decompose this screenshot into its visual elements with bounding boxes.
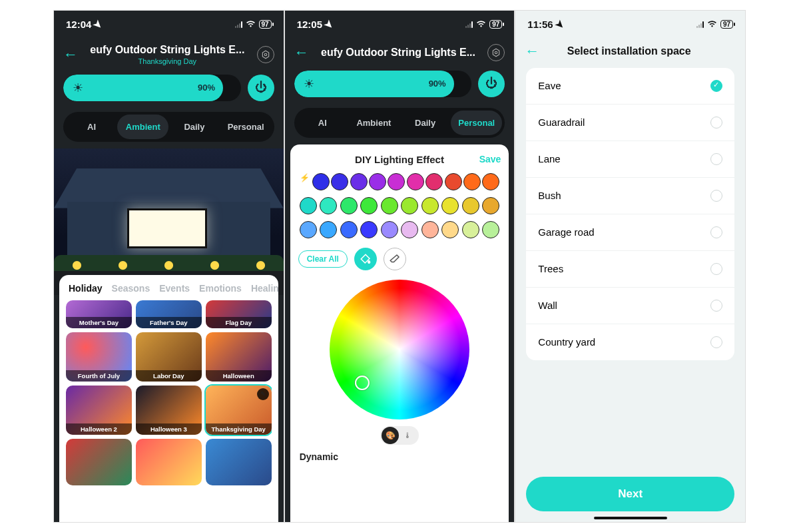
- power-button[interactable]: ⏻: [478, 71, 505, 97]
- bulb-dot[interactable]: [340, 197, 358, 214]
- preset-mothers-day[interactable]: Mother's Day: [66, 300, 132, 328]
- back-button[interactable]: ←: [294, 44, 309, 61]
- paint-bucket-button[interactable]: [354, 248, 377, 270]
- option-garage-road[interactable]: Garage road: [526, 214, 734, 251]
- temperature-icon: 🌡: [399, 427, 416, 444]
- tab-ai[interactable]: AI: [66, 115, 117, 139]
- tab-ambient[interactable]: Ambient: [117, 115, 168, 139]
- preset-santa-3[interactable]: [206, 439, 272, 485]
- settings-button[interactable]: [487, 44, 505, 61]
- header: ← Select installation space: [515, 39, 745, 63]
- preset-labor-day[interactable]: Labor Day: [136, 332, 202, 382]
- cat-seasons[interactable]: Seasons: [112, 283, 150, 294]
- preset-fourth-of-july[interactable]: Fourth of July: [66, 332, 132, 382]
- preset-santa-1[interactable]: [66, 439, 132, 485]
- bulb-dot[interactable]: [482, 173, 499, 190]
- cat-holiday[interactable]: Holiday: [69, 283, 103, 294]
- tab-ambient[interactable]: Ambient: [348, 111, 400, 135]
- back-button[interactable]: ←: [525, 43, 539, 60]
- preset-halloween[interactable]: Halloween: [206, 332, 272, 382]
- bulb-dot[interactable]: [407, 173, 424, 190]
- bulb-dot[interactable]: [441, 197, 459, 214]
- preset-santa-2[interactable]: [136, 439, 202, 485]
- space-options: Eave Guaradrail Lane Bush Garage road Tr…: [526, 68, 734, 360]
- option-trees[interactable]: Trees: [526, 251, 734, 288]
- brightness-row: ☀ 90% ⏻: [285, 64, 515, 104]
- bulb-dot[interactable]: [401, 197, 418, 214]
- bulb-dot[interactable]: [462, 197, 479, 214]
- brightness-slider[interactable]: ☀ 90%: [294, 71, 472, 97]
- color-wheel[interactable]: [330, 280, 469, 419]
- radio-icon: [710, 336, 722, 348]
- svg-marker-0: [262, 51, 268, 59]
- svg-point-1: [264, 53, 267, 56]
- bulb-dot[interactable]: [425, 173, 443, 190]
- color-temp-toggle[interactable]: 🎨 🌡: [380, 426, 419, 445]
- bulb-dot[interactable]: [381, 197, 398, 214]
- tab-personal[interactable]: Personal: [451, 111, 502, 135]
- bulb-dot[interactable]: [441, 221, 459, 238]
- bulb-dot[interactable]: [350, 173, 368, 190]
- save-button[interactable]: Save: [479, 154, 501, 164]
- screen-diy-effect: 12:05 ➤ 97 ← eufy Outdoor String Lights …: [284, 10, 515, 523]
- tab-personal[interactable]: Personal: [220, 115, 272, 139]
- bulb-dot[interactable]: [421, 197, 439, 214]
- bulb-dot[interactable]: [421, 221, 439, 238]
- option-guaradrail[interactable]: Guaradrail: [526, 105, 734, 141]
- bulb-dot[interactable]: [300, 221, 317, 238]
- bulb-dot[interactable]: [462, 221, 479, 238]
- bulb-dot[interactable]: [381, 221, 398, 238]
- option-eave[interactable]: Eave: [526, 68, 734, 105]
- bulb-dot[interactable]: [388, 173, 405, 190]
- option-bush[interactable]: Bush: [526, 178, 734, 214]
- bulb-dot[interactable]: [340, 221, 358, 238]
- next-button[interactable]: Next: [526, 477, 734, 511]
- clock: 11:56: [527, 19, 553, 30]
- preset-halloween-2[interactable]: Halloween 2: [66, 386, 132, 435]
- bulb-dot[interactable]: [482, 221, 499, 238]
- bulb-dot[interactable]: [463, 173, 481, 190]
- preset-flag-day[interactable]: Flag Day: [206, 300, 272, 328]
- bulb-dot[interactable]: [312, 173, 330, 190]
- option-wall[interactable]: Wall: [526, 288, 734, 324]
- bulb-dot[interactable]: [482, 197, 499, 214]
- bulb-grid: ⚡: [298, 173, 501, 238]
- tab-daily[interactable]: Daily: [168, 115, 220, 139]
- option-lane[interactable]: Lane: [526, 141, 734, 178]
- brightness-slider[interactable]: ☀ 90%: [63, 75, 241, 101]
- settings-button[interactable]: [257, 46, 274, 63]
- radio-checked-icon: [710, 80, 722, 92]
- edit-icon[interactable]: ✎: [257, 388, 269, 400]
- bulb-dot[interactable]: [320, 221, 337, 238]
- bulb-dot[interactable]: [401, 221, 418, 238]
- cellular-icon: [235, 21, 242, 28]
- color-cursor[interactable]: [355, 376, 370, 390]
- cat-healing[interactable]: Healing: [251, 283, 278, 294]
- cat-emotions[interactable]: Emotions: [199, 283, 242, 294]
- brightness-value: 90%: [429, 71, 446, 97]
- preset-fathers-day[interactable]: Father's Day: [136, 300, 202, 328]
- radio-icon: [710, 190, 722, 202]
- clear-all-button[interactable]: Clear All: [298, 250, 348, 268]
- power-button[interactable]: ⏻: [248, 75, 274, 101]
- bulb-dot[interactable]: [360, 197, 378, 214]
- tab-daily[interactable]: Daily: [400, 111, 451, 135]
- cat-events[interactable]: Events: [159, 283, 190, 294]
- bulb-dot[interactable]: [360, 221, 378, 238]
- header: ← eufy Outdoor String Lights E... Thanks…: [54, 39, 284, 68]
- tab-ai[interactable]: AI: [297, 111, 348, 135]
- bulb-dot[interactable]: [369, 173, 386, 190]
- radio-icon: [710, 226, 722, 238]
- bulb-row-1: ⚡: [300, 173, 500, 190]
- bulb-dot[interactable]: [300, 197, 317, 214]
- bulb-dot[interactable]: [320, 197, 337, 214]
- home-indicator[interactable]: [594, 517, 667, 519]
- screen-select-space: 11:56 ➤ 97 ← Select installation space E…: [515, 10, 746, 523]
- eraser-button[interactable]: [384, 248, 406, 270]
- back-button[interactable]: ←: [63, 46, 78, 63]
- bulb-dot[interactable]: [445, 173, 462, 190]
- preset-halloween-3[interactable]: Halloween 3: [136, 386, 202, 435]
- option-country-yard[interactable]: Country yard: [526, 324, 734, 360]
- bulb-dot[interactable]: [331, 173, 348, 190]
- preset-thanksgiving[interactable]: ✎Thanksgiving Day: [206, 386, 272, 435]
